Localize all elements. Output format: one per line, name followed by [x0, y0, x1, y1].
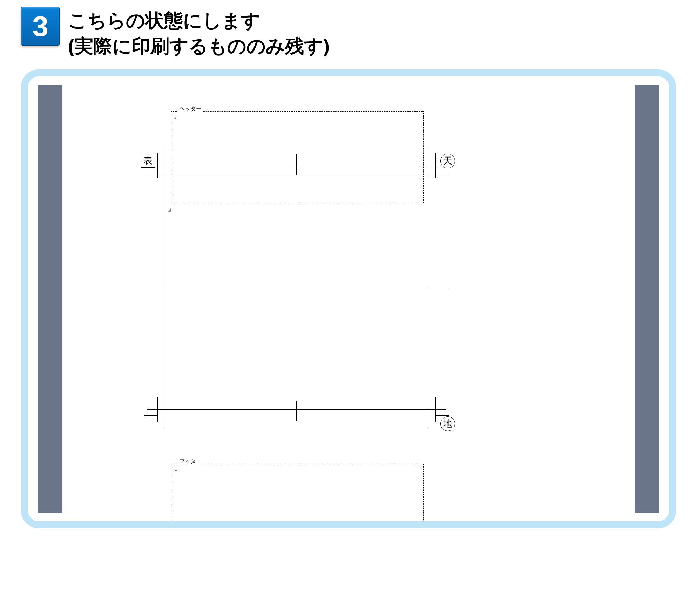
trim-line-left [165, 148, 165, 427]
crop-tick [428, 288, 447, 288]
crop-tick [296, 401, 297, 421]
screenshot-frame: ヘッダー ↲ [21, 69, 676, 528]
mark-chi: 地 [440, 416, 455, 431]
screenshot-area: ヘッダー ↲ [38, 85, 659, 513]
page-canvas: ヘッダー ↲ [62, 85, 635, 513]
crop-tick [157, 397, 158, 422]
header-label: ヘッダー [178, 105, 203, 113]
footer-region: フッター ↲ [171, 464, 424, 528]
crop-tick [157, 153, 158, 178]
crop-tick [146, 288, 165, 288]
paragraph-mark-icon: ↲ [168, 208, 172, 213]
editor-gutter-right [635, 85, 659, 513]
crop-tick [435, 153, 436, 178]
crop-tick [435, 397, 436, 422]
crop-tick [435, 415, 449, 416]
mark-omote: 表 [141, 154, 155, 168]
step-title: こちらの状態にします (実際に印刷するもののみ残す) [68, 7, 330, 59]
step-number-badge: 3 [21, 7, 60, 46]
step-title-line2: (実際に印刷するもののみ残す) [68, 35, 330, 56]
mark-ten: 天 [440, 154, 455, 168]
paragraph-mark-icon: ↲ [174, 467, 178, 473]
step-title-line1: こちらの状態にします [68, 10, 260, 31]
crop-tick [144, 415, 157, 416]
crop-tick [296, 154, 297, 175]
header-region: ヘッダー ↲ [171, 111, 424, 203]
paragraph-mark-icon: ↲ [174, 114, 178, 120]
step-number: 3 [32, 10, 48, 43]
editor-gutter-left [38, 85, 62, 513]
step-header: 3 こちらの状態にします (実際に印刷するもののみ残す) [21, 7, 676, 59]
footer-label: フッター [178, 458, 203, 465]
crop-tick [147, 175, 446, 175]
